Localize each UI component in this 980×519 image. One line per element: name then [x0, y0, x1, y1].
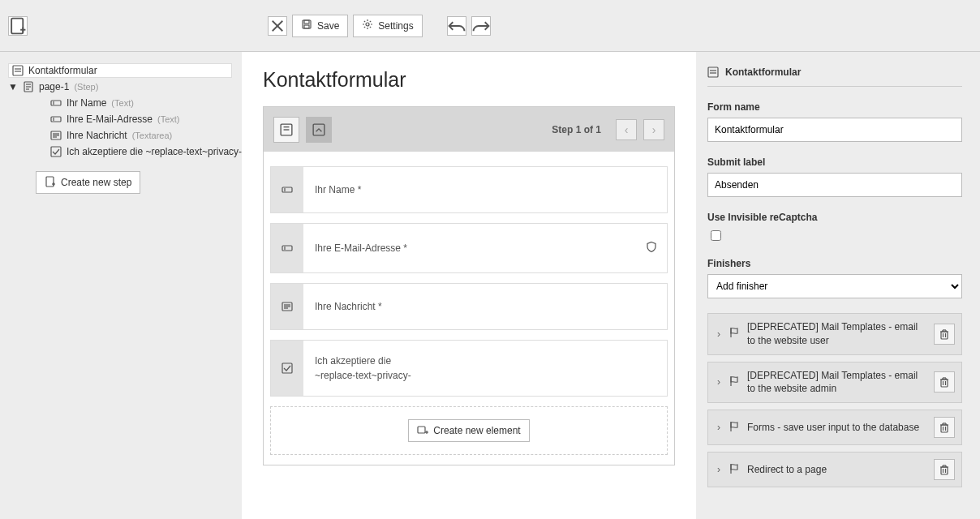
create-element-button[interactable]: Create new element — [408, 419, 529, 442]
delete-finisher-button[interactable] — [934, 459, 955, 480]
tree-field-type: (Text) — [111, 98, 134, 108]
canvas-field[interactable]: Ihre E-Mail-Adresse * — [270, 223, 668, 273]
flag-icon — [729, 421, 741, 435]
chevron-right-icon: › — [715, 464, 723, 475]
flag-icon — [729, 375, 741, 389]
form-icon — [707, 66, 719, 78]
tree-field-label: Ich akzeptiere die ~replace-text~privacy… — [67, 146, 242, 157]
add-finisher-select[interactable]: Add finisher — [707, 274, 962, 298]
finisher-label: Redirect to a page — [747, 463, 927, 477]
tree-page-label[interactable]: page-1 — [39, 81, 69, 92]
properties-title: Kontaktformular — [725, 66, 801, 78]
field-handle[interactable] — [271, 284, 303, 329]
finisher-item[interactable]: ›Redirect to a page — [707, 452, 962, 487]
stage-header: Step 1 of 1 ‹ › — [264, 107, 674, 152]
tree-field[interactable]: Ihre E-Mail-Adresse (Text) — [23, 111, 242, 127]
canvas-field-label: Ihr Name * — [315, 182, 361, 197]
prev-step-button[interactable]: ‹ — [616, 119, 637, 140]
save-button[interactable]: Save — [292, 15, 348, 37]
delete-finisher-button[interactable] — [934, 417, 955, 438]
field-handle[interactable] — [271, 224, 303, 272]
tree-field-type: (Textarea) — [132, 131, 173, 140]
shield-icon — [646, 242, 657, 255]
finisher-item[interactable]: ›Forms - save user input to the database — [707, 410, 962, 445]
form-canvas: Kontaktformular Step 1 of 1 ‹ › Ihr Name… — [242, 52, 696, 519]
canvas-field-label: Ich akzeptiere die ~replace-text~privacy… — [315, 354, 412, 383]
finisher-label: Forms - save user input to the database — [747, 421, 927, 435]
delete-finisher-button[interactable] — [934, 371, 955, 392]
structure-tree: Kontaktformular ▼ page-1 (Step) Ihr Name… — [0, 52, 242, 519]
finisher-label: [DEPRECATED] Mail Templates - email to t… — [747, 369, 927, 397]
finisher-item[interactable]: ›[DEPRECATED] Mail Templates - email to … — [707, 313, 962, 355]
finishers-label: Finishers — [707, 258, 962, 269]
tree-page-type: (Step) — [74, 82, 98, 92]
tree-field-label: Ihre E-Mail-Adresse — [67, 114, 153, 125]
tree-caret[interactable]: ▼ — [8, 81, 18, 92]
create-element-label: Create new element — [433, 425, 520, 436]
tree-field-label: Ihr Name — [67, 97, 106, 109]
text-field-icon — [50, 97, 62, 109]
view-mode-expand-button[interactable] — [306, 117, 332, 143]
add-element-icon — [417, 424, 428, 438]
save-label: Save — [317, 20, 339, 32]
field-handle[interactable] — [271, 167, 303, 212]
save-icon — [301, 19, 312, 32]
recaptcha-checkbox[interactable] — [711, 230, 721, 241]
view-mode-collapse-button[interactable] — [273, 117, 299, 143]
form-name-label: Form name — [707, 101, 962, 113]
settings-label: Settings — [378, 20, 413, 32]
text-field-icon — [50, 114, 62, 125]
canvas-field-label: Ihre E-Mail-Adresse * — [315, 241, 407, 255]
canvas-field[interactable]: Ihr Name * — [270, 166, 668, 213]
tree-field-label: Ihre Nachricht — [67, 130, 127, 141]
textarea-icon — [50, 130, 62, 141]
next-step-button[interactable]: › — [643, 119, 664, 140]
chevron-right-icon: › — [715, 328, 723, 340]
submit-label-input[interactable] — [707, 173, 962, 197]
tree-field-type: (Text) — [157, 114, 180, 124]
create-step-button[interactable]: Create new step — [36, 171, 140, 194]
form-title: Kontaktformular — [263, 68, 675, 92]
tree-field[interactable]: Ich akzeptiere die ~replace-text~privacy… — [23, 144, 242, 160]
gear-icon — [362, 19, 373, 32]
finisher-item[interactable]: ›[DEPRECATED] Mail Templates - email to … — [707, 362, 962, 404]
field-handle[interactable] — [271, 341, 303, 396]
chevron-right-icon: › — [715, 376, 723, 388]
settings-button[interactable]: Settings — [353, 15, 422, 37]
close-button[interactable] — [268, 16, 287, 36]
add-page-icon — [45, 176, 56, 190]
canvas-field-label: Ihre Nachricht * — [315, 299, 382, 314]
recaptcha-label: Use Invisible reCaptcha — [707, 212, 962, 223]
new-form-button[interactable] — [8, 16, 28, 36]
page-icon — [23, 81, 34, 92]
tree-root-label: Kontaktformular — [28, 65, 97, 76]
delete-finisher-button[interactable] — [934, 324, 955, 345]
finisher-label: [DEPRECATED] Mail Templates - email to t… — [747, 320, 927, 348]
redo-button[interactable] — [471, 16, 491, 36]
tree-field[interactable]: Ihre Nachricht (Textarea) — [23, 127, 242, 144]
tree-root[interactable]: Kontaktformular — [8, 63, 232, 78]
create-step-label: Create new step — [61, 177, 131, 188]
step-indicator: Step 1 of 1 — [552, 124, 601, 135]
top-toolbar: Save Settings — [0, 0, 980, 52]
properties-panel: Kontaktformular Form name Submit label U… — [696, 52, 980, 519]
form-icon — [12, 65, 24, 76]
create-element-dropzone: Create new element — [270, 406, 668, 455]
tree-field[interactable]: Ihr Name (Text) — [23, 95, 242, 111]
undo-button[interactable] — [447, 16, 466, 36]
canvas-field[interactable]: Ihre Nachricht * — [270, 283, 668, 330]
checkbox-icon — [50, 146, 62, 157]
flag-icon — [729, 463, 741, 477]
canvas-field[interactable]: Ich akzeptiere die ~replace-text~privacy… — [270, 340, 668, 397]
submit-label-label: Submit label — [707, 157, 962, 168]
flag-icon — [729, 327, 741, 341]
chevron-right-icon: › — [715, 422, 723, 433]
form-name-input[interactable] — [707, 118, 962, 142]
